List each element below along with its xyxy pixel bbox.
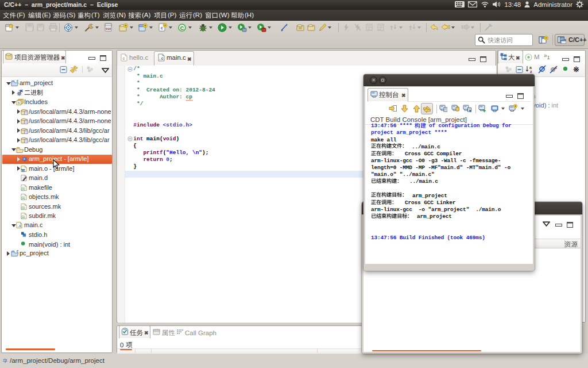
svg-text:.c: .c: [17, 224, 22, 228]
svg-text:C: C: [17, 80, 19, 84]
svg-text:C: C: [180, 25, 184, 31]
svg-text:h: h: [18, 102, 20, 106]
svg-text:010: 010: [106, 27, 111, 30]
svg-text:C: C: [17, 250, 19, 254]
svg-text:.c: .c: [158, 56, 163, 61]
svg-text:010: 010: [21, 170, 26, 172]
svg-text:a: a: [529, 66, 532, 70]
svg-text:c: c: [161, 25, 164, 30]
svg-text:z: z: [530, 70, 532, 74]
svg-text:c: c: [122, 56, 125, 61]
